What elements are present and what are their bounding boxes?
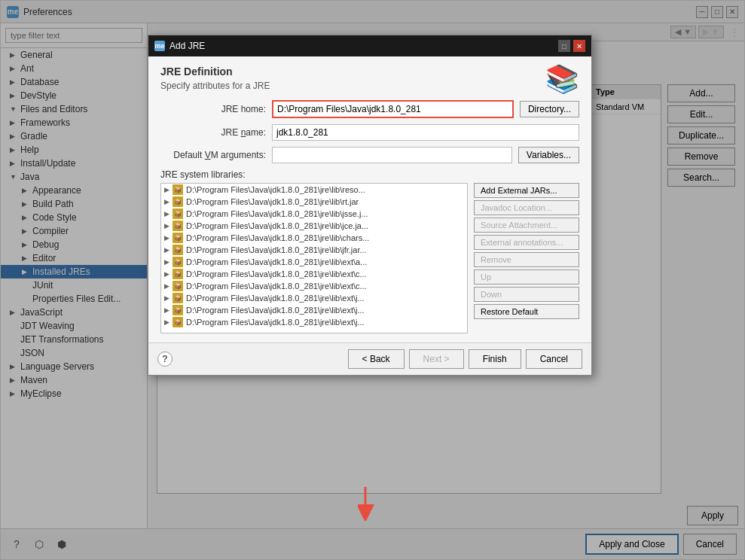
dialog-app-icon: me [154,41,165,51]
lib-arrow-icon: ▶ [164,246,169,254]
list-item[interactable]: ▶ 📦 D:\Program Files\Java\jdk1.8.0_281\j… [161,292,467,304]
dialog-controls: □ ✕ [558,40,585,52]
lib-arrow-icon: ▶ [164,306,169,314]
lib-arrow-icon: ▶ [164,258,169,266]
lib-arrow-icon: ▶ [164,186,169,193]
dialog-body-inner: 📚 JRE Definition Specify attributes for … [160,65,579,333]
list-item[interactable]: ▶ 📦 D:\Program Files\Java\jdk1.8.0_281\j… [161,220,467,232]
list-item[interactable]: ▶ 📦 D:\Program Files\Java\jdk1.8.0_281\j… [161,244,467,256]
list-item[interactable]: ▶ 📦 D:\Program Files\Java\jdk1.8.0_281\j… [161,196,467,208]
dialog-overlay: me Add JRE □ ✕ 📚 JRE Definition Specify … [1,1,744,559]
lib-jar-icon: 📦 [173,208,183,219]
libraries-container: ▶ 📦 D:\Program Files\Java\jdk1.8.0_281\j… [160,183,579,333]
lib-jar-icon: 📦 [173,221,183,231]
directory-button[interactable]: Directory... [520,101,579,117]
lib-jar-icon: 📦 [173,317,183,327]
lib-arrow-icon: ▶ [164,270,169,278]
jre-books-icon: 📚 [545,65,579,93]
vm-args-label: Default VM arguments: [160,150,266,160]
lib-jar-icon: 📦 [173,305,183,315]
lib-path-text: D:\Program Files\Java\jdk1.8.0_281\jre\l… [186,306,365,315]
jre-name-row: JRE name: [160,124,579,141]
lib-path-text: D:\Program Files\Java\jdk1.8.0_281\jre\l… [186,209,368,218]
vm-args-input[interactable] [272,147,512,163]
jre-name-label: JRE name: [160,127,266,138]
lib-path-text: D:\Program Files\Java\jdk1.8.0_281\jre\l… [186,245,367,254]
dialog-help-button[interactable]: ? [157,352,173,367]
lib-path-text: D:\Program Files\Java\jdk1.8.0_281\jre\l… [186,282,367,291]
lib-path-text: D:\Program Files\Java\jdk1.8.0_281\jre\l… [186,233,369,242]
list-item[interactable]: ▶ 📦 D:\Program Files\Java\jdk1.8.0_281\j… [161,268,467,280]
lib-jar-icon: 📦 [173,245,183,255]
external-annotations-button[interactable]: External annotations... [474,235,579,250]
red-arrow-annotation [358,483,395,523]
lib-arrow-icon: ▶ [164,318,169,326]
libraries-section: JRE system libraries: ▶ 📦 D:\Program Fil… [160,169,579,333]
lib-path-text: D:\Program Files\Java\jdk1.8.0_281\jre\l… [186,197,359,206]
jre-definition-sub: Specify attributes for a JRE [160,81,579,91]
footer-buttons: < Back Next > Finish Cancel [348,349,582,369]
lib-path-text: D:\Program Files\Java\jdk1.8.0_281\jre\l… [186,269,367,278]
add-jre-dialog: me Add JRE □ ✕ 📚 JRE Definition Specify … [148,35,592,376]
vm-args-row: Default VM arguments: Variables... [160,147,579,163]
dialog-close-button[interactable]: ✕ [573,40,585,52]
lib-jar-icon: 📦 [173,233,183,243]
dialog-cancel-button[interactable]: Cancel [526,349,582,369]
dialog-footer: ? < Back Next > Finish Cancel [148,342,591,375]
restore-default-button[interactable]: Restore Default [474,304,579,319]
lib-path-text: D:\Program Files\Java\jdk1.8.0_281\jre\l… [186,294,365,303]
jre-home-input[interactable] [272,100,514,118]
finish-button[interactable]: Finish [469,349,521,369]
lib-jar-icon: 📦 [173,257,183,267]
lib-down-button[interactable]: Down [474,287,579,302]
jre-name-input[interactable] [272,124,579,141]
dialog-maximize-button[interactable]: □ [558,40,570,52]
variables-button[interactable]: Variables... [518,147,579,163]
lib-arrow-icon: ▶ [164,198,169,205]
list-item[interactable]: ▶ 📦 D:\Program Files\Java\jdk1.8.0_281\j… [161,256,467,268]
lib-path-text: D:\Program Files\Java\jdk1.8.0_281\jre\l… [186,221,368,230]
lib-arrow-icon: ▶ [164,222,169,230]
jre-home-row: JRE home: Directory... [160,100,579,118]
lib-jar-icon: 📦 [173,269,183,279]
jre-definition-title: JRE Definition [160,65,579,78]
list-item[interactable]: ▶ 📦 D:\Program Files\Java\jdk1.8.0_281\j… [161,232,467,244]
lib-jar-icon: 📦 [173,184,183,195]
javadoc-location-button[interactable]: Javadoc Location... [474,200,579,215]
lib-up-button[interactable]: Up [474,269,579,285]
dialog-title-left: me Add JRE [154,41,205,51]
lib-jar-icon: 📦 [173,293,183,303]
lib-path-text: D:\Program Files\Java\jdk1.8.0_281\jre\l… [186,185,365,194]
source-attachment-button[interactable]: Source Attachment... [474,218,579,233]
library-action-buttons: Add External JARs... Javadoc Location...… [474,183,579,333]
lib-path-text: D:\Program Files\Java\jdk1.8.0_281\jre\l… [186,318,365,327]
dialog-title: Add JRE [169,41,205,51]
lib-remove-button[interactable]: Remove [474,252,579,267]
add-external-jars-button[interactable]: Add External JARs... [474,183,579,198]
list-item[interactable]: ▶ 📦 D:\Program Files\Java\jdk1.8.0_281\j… [161,208,467,220]
lib-jar-icon: 📦 [173,281,183,291]
lib-arrow-icon: ▶ [164,234,169,242]
list-item[interactable]: ▶ 📦 D:\Program Files\Java\jdk1.8.0_281\j… [161,304,467,316]
libraries-label: JRE system libraries: [160,169,579,180]
list-item[interactable]: ▶ 📦 D:\Program Files\Java\jdk1.8.0_281\j… [161,316,467,328]
list-item[interactable]: ▶ 📦 D:\Program Files\Java\jdk1.8.0_281\j… [161,184,467,196]
preferences-window: me Preferences ─ □ ✕ ▶ General ▶ Ant [0,0,745,560]
lib-path-text: D:\Program Files\Java\jdk1.8.0_281\jre\l… [186,257,367,266]
lib-jar-icon: 📦 [173,196,183,207]
dialog-titlebar: me Add JRE □ ✕ [148,35,591,56]
dialog-body: 📚 JRE Definition Specify attributes for … [148,56,591,342]
libraries-list: ▶ 📦 D:\Program Files\Java\jdk1.8.0_281\j… [160,183,468,333]
lib-arrow-icon: ▶ [164,210,169,218]
jre-home-label: JRE home: [160,104,266,114]
list-item[interactable]: ▶ 📦 D:\Program Files\Java\jdk1.8.0_281\j… [161,280,467,292]
footer-left: ? [157,352,173,367]
next-button[interactable]: Next > [409,349,464,369]
lib-arrow-icon: ▶ [164,294,169,302]
back-button[interactable]: < Back [348,349,405,369]
lib-arrow-icon: ▶ [164,282,169,290]
